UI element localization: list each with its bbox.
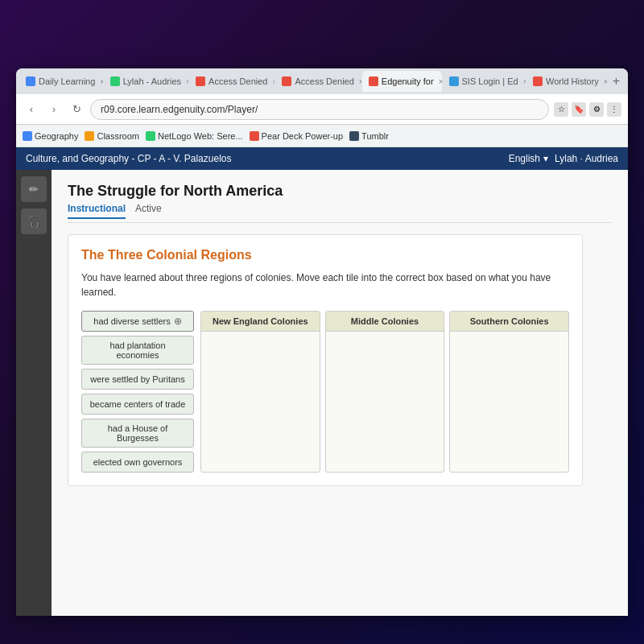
headphone-icon[interactable]: 🎧 [21,208,47,234]
drag-handle-0: ⊕ [174,316,182,327]
settings-icon[interactable]: ⚙ [589,102,604,117]
bookmark-icon-classroom [85,131,94,141]
bookmark-netlogo[interactable]: NetLogo Web: Sere... [146,131,243,141]
tiles-column: had diverse settlers ⊕ had plantation ec… [81,311,194,473]
drop-columns: New England Colonies Middle Colonies Sou… [200,311,569,473]
bookmarks-bar: Geography Classroom NetLogo Web: Sere...… [16,125,628,147]
edgenuity-topbar: Culture, and Geography - CP - A - V. Pal… [16,147,628,170]
column-body-middle [326,332,444,428]
column-header-southern: Southern Colonies [450,312,568,332]
bookmark-icon-geography [23,131,32,141]
language-selector[interactable]: English ▾ [509,153,548,164]
tab-bar: Daily Learning × Lylah - Audries × Acces… [16,68,628,94]
toolbar-icons: ☆ 🔖 ⚙ ⋮ [554,102,621,117]
star-icon[interactable]: ☆ [554,102,568,117]
close-tab-edgenuity[interactable]: × [439,77,442,86]
tile-3[interactable]: became centers of trade [81,394,194,415]
close-tab-lylah[interactable]: × [186,77,188,86]
close-tab-access1[interactable]: × [272,77,275,86]
tab-access2[interactable]: Access Denied × [275,71,361,92]
activity-title: The Three Colonial Regions [81,248,569,262]
bookmark-icon-tumblr [349,131,359,141]
sidebar: ✏ 🎧 [16,170,52,616]
course-title: Culture, and Geography - CP - A - V. Pal… [26,153,231,164]
tab-icon-access2 [282,76,291,86]
topbar-right: English ▾ Lylah · Audriea [509,153,618,164]
content-area: The Struggle for North America Instructi… [52,170,628,616]
tile-2[interactable]: were settled by Puritans [81,369,194,390]
tab-icon-access1 [196,76,205,86]
page-content: Culture, and Geography - CP - A - V. Pal… [16,147,628,616]
bookmark-icon[interactable]: 🔖 [572,102,586,117]
tile-4[interactable]: had a House of Burgesses [81,419,194,448]
new-tab-button[interactable]: + [608,72,625,91]
user-label: Lylah · Audriea [555,153,618,164]
tab-active[interactable]: Active [135,203,162,219]
tab-icon-daily [26,76,35,86]
lesson-title: The Struggle for North America [68,183,612,200]
drag-drop-area: had diverse settlers ⊕ had plantation ec… [81,311,569,473]
bookmark-icon-netlogo [146,131,155,141]
drop-column-new-england[interactable]: New England Colonies [200,311,320,473]
tab-lylah[interactable]: Lylah - Audries × [104,71,188,92]
bookmark-classroom[interactable]: Classroom [85,131,139,141]
pencil-icon[interactable]: ✏ [21,176,47,202]
tab-daily-learning[interactable]: Daily Learning × [19,71,103,92]
tab-icon-lylah [110,76,120,86]
tile-0[interactable]: had diverse settlers ⊕ [81,311,194,332]
url-input[interactable]: r09.core.learn.edgenuity.com/Player/ [90,99,549,120]
tab-edgenuity[interactable]: Edgenuity for × [362,71,442,92]
drop-column-middle[interactable]: Middle Colonies [325,311,445,473]
column-header-middle: Middle Colonies [326,312,444,332]
bookmark-tumblr[interactable]: Tumblr [349,131,389,141]
close-tab-worldhistory[interactable]: × [604,77,607,86]
bookmark-peardeck[interactable]: Pear Deck Power-up [250,131,344,141]
bookmark-icon-peardeck [250,131,259,141]
column-header-new-england: New England Colonies [201,312,320,332]
tab-icon-worldhistory [533,76,543,86]
activity-card: The Three Colonial Regions You have lear… [68,234,583,486]
main-area: ✏ 🎧 The Struggle for North America Instr… [16,170,628,616]
tab-access1[interactable]: Access Denied × [189,71,275,92]
close-tab-access2[interactable]: × [359,77,361,86]
tab-instructional[interactable]: Instructional [68,203,126,219]
drop-column-southern[interactable]: Southern Colonies [449,311,569,473]
close-tab-daily[interactable]: × [100,77,102,86]
tile-5[interactable]: elected own governors [81,452,194,473]
forward-button[interactable]: › [45,101,63,118]
tile-1[interactable]: had plantation economies [81,336,194,365]
lesson-tabs: Instructional Active [68,203,612,223]
column-body-southern [450,332,568,428]
close-tab-sis[interactable]: × [523,77,526,86]
tab-sis[interactable]: SIS Login | Ed × [443,71,526,92]
browser-window: Daily Learning × Lylah - Audries × Acces… [16,68,628,616]
tab-icon-sis [449,76,459,86]
chevron-down-icon: ▾ [543,153,548,164]
reload-button[interactable]: ↻ [68,101,85,118]
menu-icon[interactable]: ⋮ [607,102,621,117]
tab-icon-edgenuity [369,76,378,86]
address-bar: ‹ › ↻ r09.core.learn.edgenuity.com/Playe… [16,94,628,125]
activity-instructions: You have learned about three regions of … [81,270,569,299]
bookmark-geography[interactable]: Geography [23,131,78,141]
column-body-new-england [201,332,320,428]
tab-worldhistory[interactable]: World History × [526,71,607,92]
back-button[interactable]: ‹ [23,101,40,118]
